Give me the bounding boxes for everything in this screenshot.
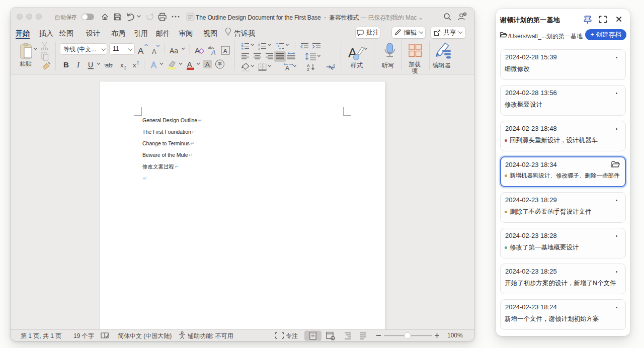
svg-text:A: A: [223, 48, 227, 54]
svg-text:B: B: [63, 60, 69, 69]
svg-text:A: A: [195, 46, 200, 55]
svg-text:A: A: [187, 60, 192, 68]
svg-text:A: A: [205, 61, 210, 68]
svg-text:I: I: [76, 61, 80, 69]
svg-text:2: 2: [124, 65, 127, 70]
svg-text:Aa: Aa: [170, 47, 178, 55]
svg-text:A: A: [152, 48, 156, 55]
svg-text:字: 字: [218, 62, 222, 67]
svg-text:A: A: [211, 49, 216, 56]
svg-text:A: A: [151, 61, 156, 69]
svg-text:x: x: [120, 61, 124, 69]
svg-text:2: 2: [137, 60, 139, 65]
svg-text:A: A: [285, 65, 289, 72]
svg-text:3: 3: [258, 47, 260, 50]
svg-text:U: U: [88, 61, 93, 69]
svg-text:Z: Z: [307, 67, 309, 72]
svg-text:A: A: [138, 46, 144, 56]
svg-text:x: x: [133, 61, 136, 69]
